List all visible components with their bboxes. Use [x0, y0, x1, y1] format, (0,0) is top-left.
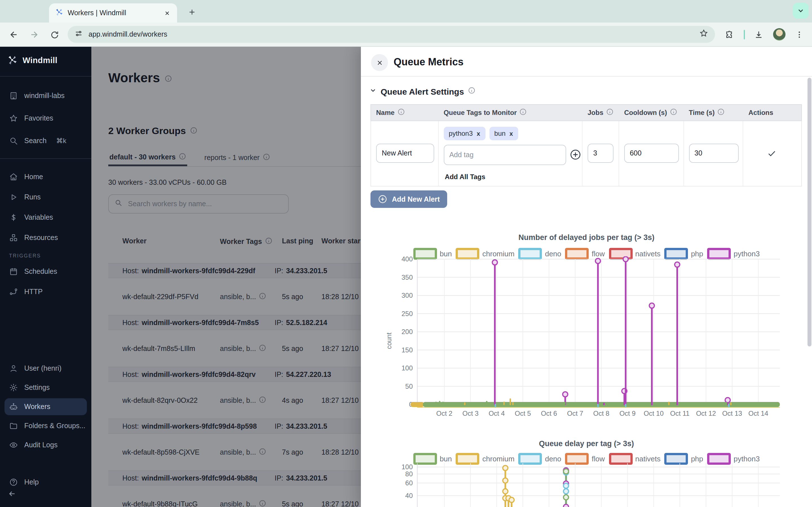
svg-text:Oct 3: Oct 3 [462, 409, 478, 417]
svg-text:400: 400 [402, 256, 413, 263]
add-all-tags-link[interactable]: Add All Tags [445, 173, 485, 181]
confirm-check-icon[interactable] [767, 149, 777, 161]
sidebar-item-home[interactable]: Home [4, 168, 87, 185]
svg-text:150: 150 [402, 346, 413, 354]
drawer-divider [361, 76, 812, 76]
sidebar-item-settings[interactable]: Settings [4, 379, 87, 396]
time-input[interactable] [689, 144, 739, 163]
tab-close-icon[interactable] [162, 8, 171, 17]
home-icon [9, 172, 18, 181]
brand-name: Windmill [22, 55, 57, 64]
svg-text:Oct 4: Oct 4 [489, 409, 505, 417]
add-tag-plus-icon[interactable] [569, 149, 581, 161]
close-drawer-icon[interactable] [371, 54, 388, 71]
info-icon[interactable] [468, 86, 475, 96]
browser-tab-strip: Workers | Windmill [0, 0, 812, 22]
building-icon [9, 91, 18, 100]
alert-table-row: python3xbunx Add All Tags [370, 121, 802, 186]
robot-icon [9, 402, 18, 411]
sidebar-item-resources[interactable]: Resources [4, 229, 87, 246]
sidebar-item-label: Schedules [24, 268, 57, 276]
alert-column-name: Name [371, 105, 439, 121]
sidebar-item-audit[interactable]: Audit Logs [4, 437, 87, 453]
sidebar-item-favorites[interactable]: Favorites [4, 110, 87, 127]
calendar-icon [9, 267, 18, 276]
sidebar-item-label: HTTP [24, 288, 43, 296]
new-tab-icon[interactable] [186, 6, 197, 17]
svg-text:80: 80 [405, 470, 413, 478]
section-title: Queue Alert Settings [380, 87, 464, 96]
delayed-jobs-chart: 050100150200250300350400Oct 2Oct 3Oct 4O… [384, 256, 801, 423]
windmill-favicon [55, 8, 63, 18]
column-label: Time (s) [689, 109, 715, 117]
svg-text:40: 40 [405, 492, 413, 499]
omnibox[interactable]: app.windmill.dev/workers [68, 26, 715, 43]
sidebar-item-runs[interactable]: Runs [4, 189, 87, 206]
sidebar-item-search[interactable]: Search⌘k [4, 132, 87, 149]
forward-icon[interactable] [27, 27, 41, 42]
sidebar-item-folders[interactable]: Folders & Groups... [4, 417, 87, 434]
sidebar-item-variables[interactable]: Variables [4, 209, 87, 226]
sidebar-item-label: Folders & Groups... [24, 422, 86, 430]
add-new-alert-button[interactable]: Add New Alert [370, 190, 447, 208]
collapse-sidebar-icon[interactable] [8, 490, 16, 500]
bookmark-star-icon[interactable] [699, 29, 708, 40]
alert-column-time-s-: Time (s) [684, 105, 743, 121]
svg-text:Oct 14: Oct 14 [748, 409, 768, 417]
cubes-icon [9, 233, 18, 242]
info-icon[interactable] [520, 108, 527, 117]
svg-text:50: 50 [405, 383, 413, 390]
url-text[interactable]: app.windmill.dev/workers [89, 31, 694, 38]
reload-icon[interactable] [47, 27, 61, 42]
sidebar-item-workspace[interactable]: windmill-labs [4, 87, 87, 104]
download-icon[interactable] [752, 27, 766, 42]
svg-text:300: 300 [402, 291, 413, 299]
sidebar-item-schedules[interactable]: Schedules [4, 263, 87, 280]
alert-name-input[interactable] [376, 144, 434, 163]
drawer-scrollbar[interactable] [808, 78, 811, 346]
brand[interactable]: Windmill [7, 55, 57, 65]
svg-text:60: 60 [405, 479, 413, 487]
alert-column-queue-tags-to-monitor: Queue Tags to Monitor [439, 105, 582, 121]
windmill-logo-icon [7, 55, 17, 65]
jobs-input[interactable] [588, 144, 613, 163]
sidebar-item-http[interactable]: HTTP [4, 283, 87, 300]
user-icon [9, 364, 18, 373]
sidebar-item-label: Settings [24, 384, 50, 392]
profile-avatar[interactable] [773, 28, 785, 41]
svg-text:200: 200 [402, 328, 413, 335]
chevron-down-icon[interactable] [369, 86, 377, 96]
svg-text:Oct 8: Oct 8 [593, 409, 609, 417]
svg-text:count: count [385, 332, 393, 349]
remove-tag-icon[interactable]: x [477, 130, 480, 137]
info-icon[interactable] [670, 108, 677, 117]
sidebar-item-user[interactable]: User (henri) [4, 360, 87, 377]
back-icon[interactable] [7, 27, 21, 42]
svg-text:Oct 7: Oct 7 [567, 409, 583, 417]
browser-tab[interactable]: Workers | Windmill [49, 3, 177, 22]
svg-text:Oct 10: Oct 10 [644, 409, 664, 417]
triggers-section-label: TRIGGERS [9, 253, 41, 259]
kebab-menu-icon[interactable] [792, 27, 806, 42]
site-settings-icon[interactable] [74, 29, 83, 40]
play-icon [9, 193, 18, 202]
add-tag-input[interactable] [444, 145, 566, 165]
extensions-icon[interactable] [722, 27, 737, 42]
info-icon[interactable] [718, 108, 725, 117]
tag-label: bun [494, 129, 506, 137]
plus-circle-icon [378, 194, 388, 204]
info-icon[interactable] [397, 108, 405, 117]
tab-search-chevron-icon[interactable] [793, 3, 809, 18]
folder-icon [9, 421, 18, 431]
cooldown-input[interactable] [624, 144, 679, 163]
route-icon [9, 287, 18, 296]
tag-label: python3 [449, 129, 472, 137]
drawer-backdrop[interactable] [91, 47, 361, 507]
sidebar-item-help[interactable]: Help [4, 474, 87, 491]
column-label: Actions [749, 109, 773, 117]
svg-text:Oct 2: Oct 2 [436, 409, 452, 417]
sidebar-item-workers[interactable]: Workers [4, 398, 87, 415]
svg-text:100: 100 [402, 364, 413, 372]
info-icon[interactable] [606, 108, 613, 117]
remove-tag-icon[interactable]: x [509, 130, 513, 137]
